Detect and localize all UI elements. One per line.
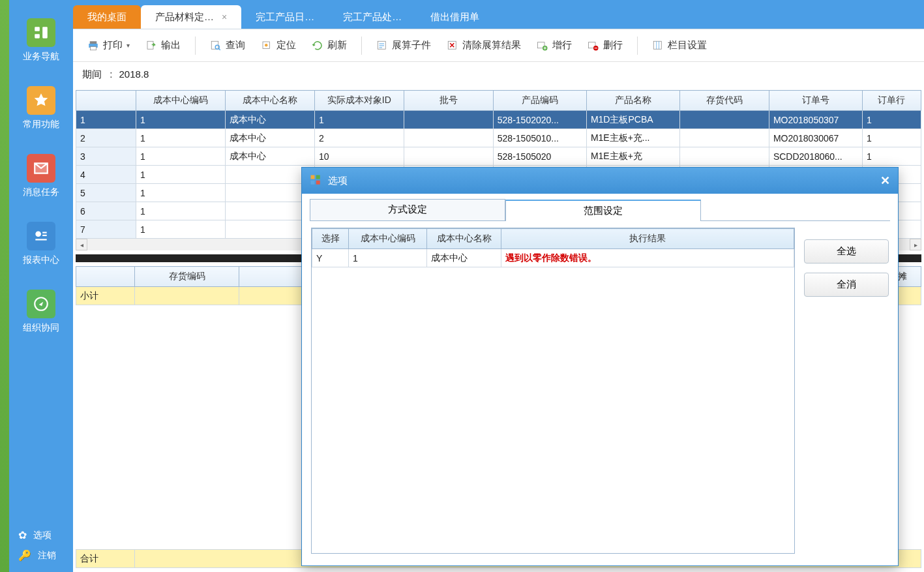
cell-select[interactable]: Y xyxy=(312,249,349,267)
table-row[interactable]: 31成本中心10528-1505020M1E主板+充SCDD2018060...… xyxy=(76,147,921,166)
gear-icon: ✿ xyxy=(18,529,27,541)
sidebar-item-msg[interactable]: 消息任务 xyxy=(9,154,73,198)
row-number[interactable]: 5 xyxy=(76,184,136,202)
cell-result-error: 遇到以零作除数错误。 xyxy=(501,249,794,267)
sidebar-item-fav[interactable]: 常用功能 xyxy=(9,86,73,130)
close-icon[interactable]: ✕ xyxy=(880,173,890,188)
cell[interactable]: 1 xyxy=(136,166,225,184)
col-header[interactable]: 成本中心编码 xyxy=(349,229,427,249)
sidebar-bottom-label: 注销 xyxy=(38,550,56,562)
cell[interactable]: MO2018030067 xyxy=(769,129,862,147)
search-icon xyxy=(210,40,222,52)
cell[interactable]: 成本中心 xyxy=(225,111,314,129)
cell[interactable]: 10 xyxy=(314,147,404,166)
tab-item[interactable]: 完工产品处… xyxy=(329,5,416,29)
period-value: 2018.8 xyxy=(119,68,149,80)
table-row[interactable]: 11成本中心1528-1502020...M1D主板PCBAMO20180503… xyxy=(76,111,921,129)
cell[interactable]: 528-1505010... xyxy=(493,129,586,147)
table-row[interactable]: Y 1 成本中心 遇到以零作除数错误。 xyxy=(312,249,794,267)
tab-active[interactable]: 产品材料定… × xyxy=(141,5,241,29)
tab-item[interactable]: 完工产品日… xyxy=(241,5,329,29)
col-header[interactable]: 产品名称 xyxy=(586,91,679,111)
dialog-grid[interactable]: 选择 成本中心编码 成本中心名称 执行结果 Y 1 成本中心 遇到以零作除数错误… xyxy=(312,228,794,267)
cell[interactable]: M1D主板PCBA xyxy=(586,111,679,129)
select-all-button[interactable]: 全选 xyxy=(804,239,889,263)
sidebar: 业务导航 常用功能 消息任务 报表中心 组织协同 ✿ 选项 🔑 注销 xyxy=(9,0,73,572)
svg-rect-29 xyxy=(316,181,320,185)
columns-button[interactable]: 栏目设置 xyxy=(646,37,713,54)
table-row[interactable]: 21成本中心2528-1505010...M1E主板+充...MO2018030… xyxy=(76,129,921,147)
cell[interactable]: 2 xyxy=(314,129,404,147)
scroll-left-icon[interactable]: ◂ xyxy=(76,239,87,250)
cell[interactable]: 1 xyxy=(862,111,921,129)
cell[interactable]: 1 xyxy=(136,129,225,147)
sidebar-options[interactable]: ✿ 选项 xyxy=(9,525,73,545)
row-number[interactable]: 3 xyxy=(76,147,136,166)
print-button[interactable]: 打印 ▾ xyxy=(81,37,136,54)
cell[interactable]: MO2018050307 xyxy=(769,111,862,129)
export-button[interactable]: 输出 xyxy=(139,37,187,54)
svg-rect-8 xyxy=(90,41,97,44)
dialog-titlebar[interactable]: 选项 ✕ xyxy=(302,168,898,194)
sidebar-item-report[interactable]: 报表中心 xyxy=(9,222,73,266)
sidebar-item-nav[interactable]: 业务导航 xyxy=(9,18,73,63)
cell[interactable]: 1 xyxy=(136,220,225,239)
cell[interactable] xyxy=(679,129,769,147)
dialog-tab-mode[interactable]: 方式设定 xyxy=(310,199,505,220)
cell[interactable] xyxy=(679,111,769,129)
col-header[interactable]: 订单行 xyxy=(862,91,921,111)
cell[interactable]: 1 xyxy=(136,147,225,166)
cell[interactable]: 528-1502020... xyxy=(493,111,586,129)
cell[interactable]: M1E主板+充 xyxy=(586,147,679,166)
cell[interactable]: 成本中心 xyxy=(225,147,314,166)
refresh-button[interactable]: 刷新 xyxy=(305,37,353,54)
delrow-button[interactable]: 删行 xyxy=(581,37,629,54)
cell[interactable]: 1 xyxy=(136,111,225,129)
cell[interactable]: 1 xyxy=(136,184,225,202)
col-header[interactable]: 存货编码 xyxy=(135,267,239,287)
cell[interactable] xyxy=(404,147,493,166)
row-number[interactable]: 7 xyxy=(76,220,136,239)
col-header[interactable] xyxy=(76,91,136,111)
cell[interactable] xyxy=(404,129,493,147)
addrow-button[interactable]: 增行 xyxy=(530,37,578,54)
cell[interactable]: 1 xyxy=(136,202,225,220)
col-header[interactable]: 选择 xyxy=(312,229,349,249)
col-header[interactable]: 实际成本对象ID xyxy=(314,91,404,111)
row-number[interactable]: 2 xyxy=(76,129,136,147)
col-header[interactable]: 成本中心编码 xyxy=(136,91,225,111)
close-icon[interactable]: × xyxy=(222,5,227,29)
clear-button[interactable]: 清除展算结果 xyxy=(440,37,528,54)
cell[interactable]: 1 xyxy=(862,129,921,147)
col-header[interactable]: 成本中心名称 xyxy=(225,91,314,111)
cell[interactable]: 成本中心 xyxy=(225,129,314,147)
cell[interactable]: 1 xyxy=(862,147,921,166)
tab-item[interactable]: 借出借用单 xyxy=(416,5,494,29)
query-button[interactable]: 查询 xyxy=(203,37,252,54)
sidebar-logout[interactable]: 🔑 注销 xyxy=(9,545,73,565)
cell[interactable]: M1E主板+充... xyxy=(586,129,679,147)
col-header[interactable]: 成本中心名称 xyxy=(427,229,501,249)
col-header[interactable]: 批号 xyxy=(404,91,493,111)
row-number[interactable]: 1 xyxy=(76,111,136,129)
sidebar-item-org[interactable]: 组织协同 xyxy=(9,290,73,334)
tab-home[interactable]: 我的桌面 xyxy=(73,5,141,29)
expand-button[interactable]: 展算子件 xyxy=(370,37,438,54)
col-header[interactable]: 执行结果 xyxy=(501,229,794,249)
col-header[interactable]: 存货代码 xyxy=(679,91,769,111)
col-header[interactable] xyxy=(76,267,135,287)
cell[interactable] xyxy=(404,111,493,129)
col-header[interactable]: 订单号 xyxy=(769,91,862,111)
locate-button[interactable]: 定位 xyxy=(254,37,303,54)
scroll-right-icon[interactable]: ▸ xyxy=(910,239,921,250)
col-header[interactable]: 产品编码 xyxy=(493,91,586,111)
deselect-all-button[interactable]: 全消 xyxy=(804,273,889,297)
cell[interactable]: SCDD2018060... xyxy=(769,147,862,166)
cell[interactable]: 1 xyxy=(314,111,404,129)
cell[interactable] xyxy=(679,147,769,166)
cell[interactable]: 528-1505020 xyxy=(493,147,586,166)
row-number[interactable]: 6 xyxy=(76,202,136,220)
dialog-tab-scope[interactable]: 范围设定 xyxy=(505,200,701,221)
nav-icon xyxy=(27,18,55,47)
row-number[interactable]: 4 xyxy=(76,166,136,184)
